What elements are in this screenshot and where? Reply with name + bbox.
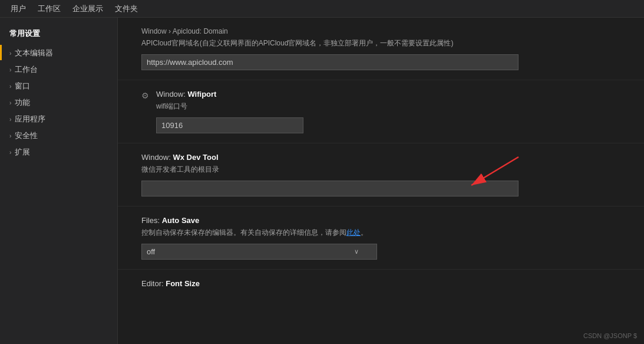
title-prefix: Files: xyxy=(141,216,162,225)
menu-item-files[interactable]: 文件夹 xyxy=(109,1,144,17)
title-prefix: Window: xyxy=(141,153,173,162)
sidebar-item-security[interactable]: › 安全性 xyxy=(0,127,117,144)
input-wifiport[interactable] xyxy=(156,117,303,133)
sidebar-item-label: 文本编辑器 xyxy=(15,48,53,58)
chevron-icon: › xyxy=(9,149,11,156)
dropdown-value: off xyxy=(147,247,155,256)
setting-apicloud-domain: Window › Apicloud: Domain APICloud官网域名(自… xyxy=(118,18,644,80)
section-with-gear: ⚙ Window: Wifiport wifi端口号 xyxy=(141,90,620,133)
gear-icon-container: ⚙ xyxy=(141,91,149,100)
title-prefix: Editor: xyxy=(141,279,166,288)
chevron-icon: › xyxy=(9,67,11,73)
description-prefix: 控制自动保存未保存的编辑器。有关自动保存的详细信息，请参阅 xyxy=(141,228,346,237)
sidebar-item-label: 安全性 xyxy=(15,130,38,141)
autosave-dropdown[interactable]: off ∨ xyxy=(141,244,377,260)
sidebar-item-label: 扩展 xyxy=(15,147,30,158)
chevron-icon: › xyxy=(9,50,11,57)
sidebar-item-extensions[interactable]: › 扩展 xyxy=(0,144,117,160)
description-wifiport: wifi端口号 xyxy=(156,101,620,112)
input-apicloud-domain[interactable] xyxy=(141,54,518,70)
setting-fontsize: Editor: Font Size xyxy=(118,270,644,300)
setting-autosave: Files: Auto Save 控制自动保存未保存的编辑器。有关自动保存的详细… xyxy=(118,207,644,270)
sidebar-item-workbench[interactable]: › 工作台 xyxy=(0,61,117,78)
section-content-wifiport: Window: Wifiport wifi端口号 xyxy=(156,90,620,133)
description-autosave: 控制自动保存未保存的编辑器。有关自动保存的详细信息，请参阅此处。 xyxy=(141,227,620,238)
input-wxdevtool[interactable] xyxy=(141,181,518,196)
title-prefix: Window: xyxy=(156,90,187,99)
setting-title-wxdevtool: Window: Wx Dev Tool xyxy=(141,153,620,162)
setting-wifiport: ⚙ Window: Wifiport wifi端口号 xyxy=(118,80,644,143)
menu-item-enterprise[interactable]: 企业展示 xyxy=(67,1,109,17)
title-bold: Font Size xyxy=(166,279,200,288)
footer-watermark: CSDN @JSONP $ xyxy=(583,332,637,339)
sidebar-item-text-editor[interactable]: › 文本编辑器 xyxy=(0,45,117,61)
setting-title-fontsize: Editor: Font Size xyxy=(141,279,620,288)
menu-bar: 用户 工作区 企业展示 文件夹 xyxy=(0,0,644,18)
breadcrumb-apicloud: Window › Apicloud: Domain xyxy=(141,27,620,35)
title-bold: Wx Dev Tool xyxy=(173,153,218,162)
sidebar-item-label: 工作台 xyxy=(15,64,38,75)
sidebar-section-title: 常用设置 xyxy=(0,25,117,45)
description-apicloud: APICloud官网域名(自定义联网界面的APICloud官网域名，非独立部署用… xyxy=(141,38,620,48)
setting-title-autosave: Files: Auto Save xyxy=(141,216,620,225)
chevron-icon: › xyxy=(9,100,11,106)
gear-icon[interactable]: ⚙ xyxy=(141,91,149,100)
menu-item-workspace[interactable]: 工作区 xyxy=(32,1,67,17)
sidebar-item-label: 窗口 xyxy=(15,81,30,91)
content-area: Window › Apicloud: Domain APICloud官网域名(自… xyxy=(118,18,644,344)
sidebar-item-label: 功能 xyxy=(15,97,30,108)
sidebar-item-window[interactable]: › 窗口 xyxy=(0,78,117,94)
menu-item-users[interactable]: 用户 xyxy=(5,1,32,17)
main-layout: 常用设置 › 文本编辑器 › 工作台 › 窗口 › 功能 › 应用程序 › 安全… xyxy=(0,18,644,344)
chevron-icon: › xyxy=(9,116,11,123)
title-bold: Auto Save xyxy=(162,216,200,225)
chevron-icon: › xyxy=(9,83,11,90)
sidebar-item-applications[interactable]: › 应用程序 xyxy=(0,111,117,127)
chevron-icon: › xyxy=(9,133,11,139)
title-bold: Wifiport xyxy=(187,90,216,99)
chevron-down-icon: ∨ xyxy=(354,248,359,255)
input-wxdevtool-container xyxy=(141,181,518,196)
description-wxdevtool: 微信开发者工具的根目录 xyxy=(141,164,620,175)
description-link[interactable]: 此处 xyxy=(346,228,361,237)
sidebar: 常用设置 › 文本编辑器 › 工作台 › 窗口 › 功能 › 应用程序 › 安全… xyxy=(0,18,118,344)
autosave-dropdown-container: off ∨ xyxy=(141,244,377,260)
description-suffix: 。 xyxy=(361,228,368,237)
sidebar-item-features[interactable]: › 功能 xyxy=(0,94,117,111)
setting-wxdevtool: Window: Wx Dev Tool 微信开发者工具的根目录 xyxy=(118,143,644,207)
sidebar-item-label: 应用程序 xyxy=(15,114,45,125)
setting-title-wifiport: Window: Wifiport xyxy=(156,90,620,99)
